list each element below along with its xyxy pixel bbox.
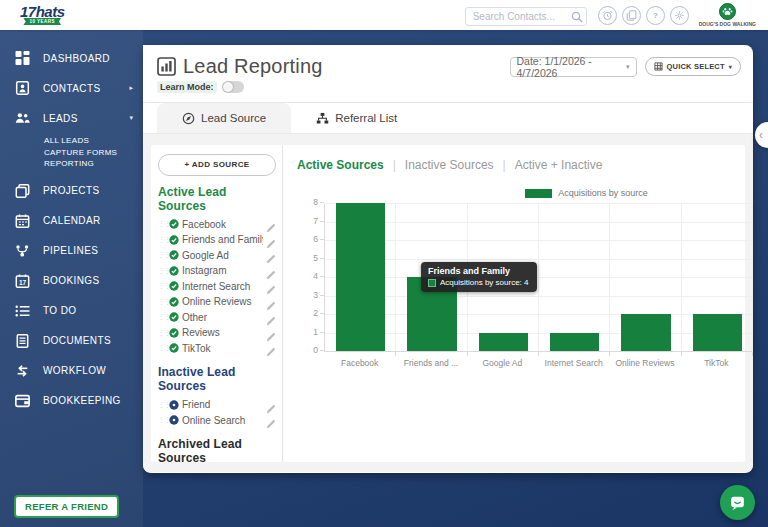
axis-tick [320,295,324,296]
sidebar-item-projects[interactable]: PROJECTS [0,176,143,206]
inactive-circle-icon [169,415,179,425]
source-item-online-search[interactable]: ⋮⋮Online Search [158,413,276,429]
view-tab-inactive-sources[interactable]: Inactive Sources [405,158,494,172]
source-item-facebook[interactable]: ⋮⋮Facebook [158,217,276,233]
sidebar-subitem-reporting[interactable]: REPORTING [0,158,143,170]
sidebar-item-label: DASHBOARD [43,53,110,64]
collapse-panel-handle[interactable]: ‹ [755,122,768,148]
drag-handle-icon[interactable]: ⋮⋮ [158,344,166,352]
drag-handle-icon[interactable]: ⋮⋮ [158,313,166,321]
source-item-instagram[interactable]: ⋮⋮Instagram [158,263,276,279]
check-circle-icon [169,266,179,276]
sidebar-item-bookkeeping[interactable]: BOOKKEEPING [0,386,143,416]
learn-mode-toggle[interactable] [222,81,244,93]
add-source-button[interactable]: + ADD SOURCE [158,154,276,176]
source-name: Online Reviews [182,296,263,307]
drag-handle-icon[interactable]: ⋮⋮ [158,401,166,409]
source-item-internet-search[interactable]: ⋮⋮Internet Search [158,279,276,295]
date-range-select[interactable]: Date: 1/1/2026 - 4/7/2026 ▾ [510,57,637,77]
settings-icon[interactable] [670,6,689,25]
sidebar-item-label: CALENDAR [43,215,101,226]
sidebar-item-to-do[interactable]: TO DO [0,296,143,326]
edit-pencil-icon[interactable] [266,343,276,353]
edit-pencil-icon[interactable] [266,400,276,410]
sidebar-item-workflow[interactable]: WORKFLOW [0,356,143,386]
sidebar-item-calendar[interactable]: CALENDAR [0,206,143,236]
bar-google-ad[interactable] [479,333,528,352]
drag-handle-icon[interactable]: ⋮⋮ [158,298,166,306]
copy-icon[interactable] [622,6,641,25]
lead-sources-panel: + ADD SOURCE Active Lead Sources⋮⋮Facebo… [151,145,283,462]
edit-pencil-icon[interactable] [266,250,276,260]
sidebar-item-label: LEADS [43,113,78,124]
help-icon[interactable]: ? [646,6,665,25]
svg-text:?: ? [653,11,658,20]
y-axis-label: 6 [298,234,318,244]
axis-tick [320,313,324,314]
account-menu[interactable]: DOUG'S DOG WALKING [699,3,756,27]
y-axis-label: 8 [298,197,318,207]
refer-a-friend-button[interactable]: REFER A FRIEND [14,495,119,518]
learn-mode-label: Learn Mode: [157,81,217,93]
source-item-reviews[interactable]: ⋮⋮Reviews [158,325,276,341]
sidebar-item-pipelines[interactable]: PIPELINES [0,236,143,266]
source-item-other[interactable]: ⋮⋮Other [158,310,276,326]
sidebar-item-bookings[interactable]: 17BOOKINGS [0,266,143,296]
chat-button[interactable] [720,485,755,520]
gridline [395,204,396,351]
quick-select-button[interactable]: QUICK SELECT ▾ [645,57,741,76]
drag-handle-icon[interactable]: ⋮⋮ [158,236,166,244]
source-name: TikTok [182,343,263,354]
drag-handle-icon[interactable]: ⋮⋮ [158,416,166,424]
sidebar-item-dashboard[interactable]: DASHBOARD [0,43,143,73]
view-tab-active-sources[interactable]: Active Sources [297,158,384,172]
sidebar-subitem-all-leads[interactable]: ALL LEADS [0,135,143,147]
source-name: Internet Search [182,281,263,292]
edit-pencil-icon[interactable] [266,219,276,229]
leads-icon [14,111,31,126]
search-input[interactable] [465,7,587,26]
drag-handle-icon[interactable]: ⋮⋮ [158,329,166,337]
edit-pencil-icon[interactable] [266,235,276,245]
edit-pencil-icon[interactable] [266,297,276,307]
bar-online-reviews[interactable] [621,314,670,351]
axis-tick [681,352,682,356]
inactive-sources-heading: Inactive Lead Sources [158,365,276,393]
source-item-google-ad[interactable]: ⋮⋮Google Ad [158,248,276,264]
tab-referral-list[interactable]: Referral List [291,103,422,133]
sidebar-nav: DASHBOARDCONTACTS▸LEADS▾ALL LEADSCAPTURE… [0,30,143,416]
workflow-icon [14,363,31,378]
bookkeeping-icon [14,393,31,408]
edit-pencil-icon[interactable] [266,415,276,425]
check-circle-icon [169,312,179,322]
bar-internet-search[interactable] [550,333,599,352]
edit-pencil-icon[interactable] [266,281,276,291]
sidebar-item-documents[interactable]: DOCUMENTS [0,326,143,356]
bar-facebook[interactable] [336,203,385,351]
source-item-online-reviews[interactable]: ⋮⋮Online Reviews [158,294,276,310]
sidebar-item-contacts[interactable]: CONTACTS▸ [0,73,143,103]
edit-pencil-icon[interactable] [266,312,276,322]
app-logo[interactable]: 17hats 10 YEARS [20,5,65,25]
sidebar-subitem-capture-forms[interactable]: CAPTURE FORMS [0,147,143,159]
edit-pencil-icon[interactable] [266,266,276,276]
tab-lead-source[interactable]: Lead Source [157,103,291,133]
chat-bubble-icon [728,493,747,512]
edit-pencil-icon[interactable] [266,328,276,338]
compass-icon [182,112,195,125]
notifications-icon[interactable] [598,6,617,25]
drag-handle-icon[interactable]: ⋮⋮ [158,267,166,275]
drag-handle-icon[interactable]: ⋮⋮ [158,220,166,228]
top-header: 17hats 10 YEARS ? DOUG'S DOG WALKING [0,0,768,30]
x-axis-label: Friends and ... [395,358,466,368]
grid-icon [654,62,663,71]
bar-tiktok[interactable] [693,314,742,351]
sidebar-item-leads[interactable]: LEADS▾ [0,103,143,133]
drag-handle-icon[interactable]: ⋮⋮ [158,251,166,259]
source-item-friend[interactable]: ⋮⋮Friend [158,397,276,413]
source-item-friends-and-family[interactable]: ⋮⋮Friends and Family [158,232,276,248]
view-tab-separator: | [503,158,506,172]
source-item-tiktok[interactable]: ⋮⋮TikTok [158,341,276,357]
drag-handle-icon[interactable]: ⋮⋮ [158,282,166,290]
view-tab-active-inactive[interactable]: Active + Inactive [515,158,603,172]
